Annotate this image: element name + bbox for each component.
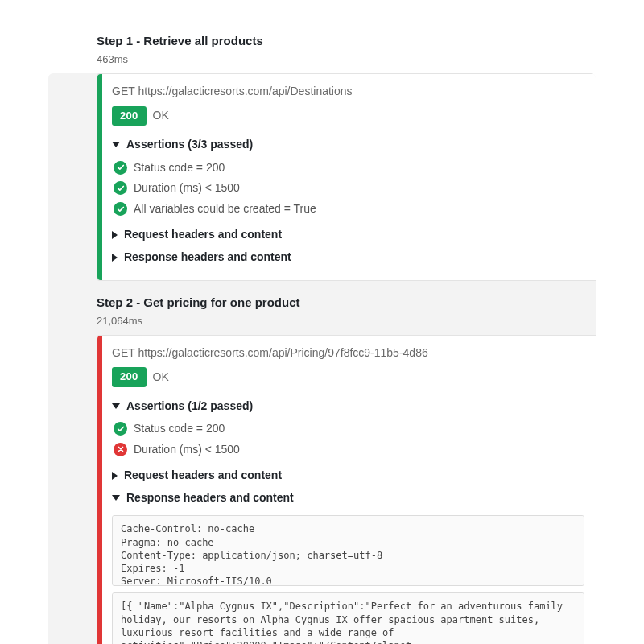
- response-headers-label: Response headers and content: [124, 250, 291, 266]
- step-title: Step 1 - Retrieve all products: [97, 32, 596, 49]
- response-headers-toggle[interactable]: Response headers and content: [112, 246, 584, 269]
- assertion-item: Status code = 200: [114, 158, 584, 179]
- chevron-right-icon: [112, 231, 118, 239]
- chevron-right-icon: [112, 472, 118, 480]
- request-line: GET https://galacticresorts.com/api/Dest…: [112, 84, 584, 100]
- chevron-down-icon: [112, 403, 120, 409]
- assertions-toggle[interactable]: Assertions (1/2 passed): [112, 395, 584, 418]
- assertion-item: All variables could be created = True: [114, 199, 584, 220]
- results-panel: GET https://galacticresorts.com/api/Dest…: [48, 73, 596, 644]
- assertion-list: Status code = 200 Duration (ms) < 1500 A…: [112, 156, 584, 225]
- status-code-badge: 200: [112, 367, 147, 386]
- step-duration: 463ms: [97, 52, 596, 67]
- check-circle-icon: [114, 161, 127, 175]
- assertion-text: All variables could be created = True: [134, 201, 316, 217]
- chevron-down-icon: [112, 142, 120, 147]
- status-code-badge: 200: [112, 106, 147, 126]
- request-headers-toggle[interactable]: Request headers and content: [112, 224, 584, 246]
- status-row: 200 OK: [112, 367, 584, 386]
- assertion-item: Duration (ms) < 1500: [114, 178, 584, 199]
- check-circle-icon: [114, 422, 127, 436]
- response-body-box[interactable]: [{ "Name":"Alpha Cygnus IX","Description…: [112, 592, 584, 644]
- request-line: GET https://galacticresorts.com/api/Pric…: [112, 345, 584, 361]
- step-card: GET https://galacticresorts.com/api/Dest…: [97, 73, 596, 280]
- chevron-right-icon: [112, 254, 118, 262]
- assertion-list: Status code = 200 Duration (ms) < 1500: [112, 417, 584, 464]
- request-headers-label: Request headers and content: [124, 468, 282, 484]
- status-text: OK: [153, 108, 169, 124]
- request-headers-label: Request headers and content: [124, 227, 282, 243]
- request-headers-toggle[interactable]: Request headers and content: [112, 464, 584, 487]
- chevron-down-icon: [112, 495, 120, 501]
- assertion-text: Duration (ms) < 1500: [134, 180, 240, 196]
- assertions-header-label: Assertions (3/3 passed): [126, 137, 253, 153]
- step-title: Step 2 - Get pricing for one product: [97, 294, 596, 311]
- response-headers-box[interactable]: Cache-Control: no-cache Pragma: no-cache…: [112, 515, 584, 586]
- assertion-item: Duration (ms) < 1500: [114, 440, 584, 460]
- check-circle-icon: [114, 202, 127, 216]
- assertions-header-label: Assertions (1/2 passed): [126, 398, 253, 415]
- assertion-text: Duration (ms) < 1500: [134, 442, 240, 458]
- step-card: GET https://galacticresorts.com/api/Pric…: [97, 335, 596, 644]
- assertion-text: Status code = 200: [134, 160, 225, 176]
- x-circle-icon: [114, 443, 127, 456]
- check-circle-icon: [114, 181, 127, 195]
- status-row: 200 OK: [112, 106, 584, 126]
- response-headers-toggle[interactable]: Response headers and content: [112, 487, 584, 510]
- assertion-item: Status code = 200: [114, 419, 584, 440]
- step-duration: 21,064ms: [97, 314, 596, 328]
- assertions-toggle[interactable]: Assertions (3/3 passed): [112, 134, 584, 156]
- status-text: OK: [153, 369, 169, 386]
- assertion-text: Status code = 200: [134, 421, 225, 437]
- response-headers-label: Response headers and content: [126, 490, 294, 506]
